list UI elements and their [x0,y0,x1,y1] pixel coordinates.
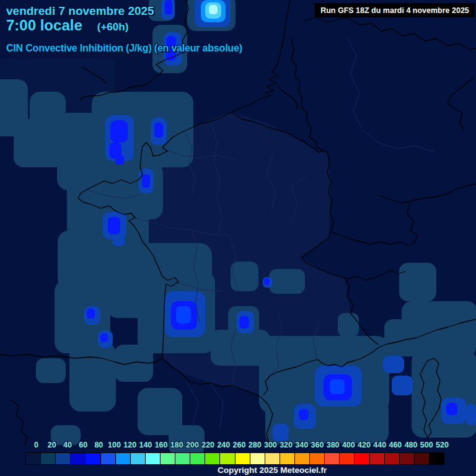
date-title: vendredi 7 novembre 2025 [6,4,154,18]
scale-cell [280,453,295,464]
scale-label: 0 [29,441,44,450]
scale-cell [236,453,250,464]
forecast-offset-label: (+60h) [97,21,129,33]
scale-cell [101,453,116,464]
scale-label: 100 [107,441,122,450]
scale-label: 280 [247,441,263,450]
scale-label: 360 [309,441,325,450]
scale-cell [355,453,369,464]
scale-label: 220 [200,441,216,450]
scale-label: 480 [403,441,419,450]
scale-cell [295,453,310,464]
scale-label: 320 [278,441,294,450]
scale-label: 340 [294,441,309,450]
scale-cell [161,453,175,464]
copyright-label: Copyright 2025 Meteociel.fr [218,465,327,475]
scale-cell [71,453,86,464]
scale-cell [131,453,146,464]
scale-label: 300 [263,441,278,450]
scale-label: 500 [419,441,434,450]
scale-cell [310,453,325,464]
scale-cell [265,453,280,464]
scale-cell [370,453,385,464]
scale-cell [26,453,41,464]
weather-map[interactable] [0,0,476,476]
scale-label: 520 [434,441,450,450]
scale-label: 440 [372,441,387,450]
scale-cell [385,453,400,464]
scale-cell [41,453,56,464]
scale-cell [250,453,265,464]
scale-label: 240 [216,441,231,450]
scale-cell [400,453,415,464]
parameter-title: CIN Convective Inhibition (J/kg) (en val… [6,43,242,54]
scale-cell [415,453,430,464]
scale-cell [340,453,355,464]
scale-label: 180 [169,441,185,450]
scale-cell [56,453,71,464]
run-info-box: Run GFS 18Z du mardi 4 novembre 2025 [315,3,475,17]
weather-map-page: vendredi 7 novembre 2025 7:00 locale(+60… [0,0,476,476]
scale-label: 160 [154,441,169,450]
scale-label: 200 [185,441,200,450]
local-time-label: 7:00 locale [6,17,82,33]
time-title: 7:00 locale(+60h) [6,17,128,34]
scale-label: 260 [231,441,247,450]
scale-label: 380 [325,441,341,450]
scale-cell [325,453,340,464]
scale-label: 420 [356,441,372,450]
scale-colorbar [25,452,444,465]
scale-label: 120 [122,441,138,450]
scale-labels: 0204060801001201401601802002202402602803… [29,441,450,450]
scale-cell [146,453,161,464]
scale-cell [430,453,444,464]
run-info-label: Run GFS 18Z du mardi 4 novembre 2025 [320,6,469,15]
scale-cell [205,453,220,464]
scale-label: 460 [387,441,403,450]
scale-label: 80 [91,441,107,450]
scale-cell [220,453,235,464]
scale-cell [190,453,205,464]
scale-label: 40 [60,441,75,450]
scale-cell [116,453,131,464]
scale-label: 140 [138,441,153,450]
scale-label: 400 [341,441,356,450]
scale-label: 20 [44,441,60,450]
scale-cell [86,453,100,464]
scale-label: 60 [76,441,91,450]
scale-cell [175,453,190,464]
